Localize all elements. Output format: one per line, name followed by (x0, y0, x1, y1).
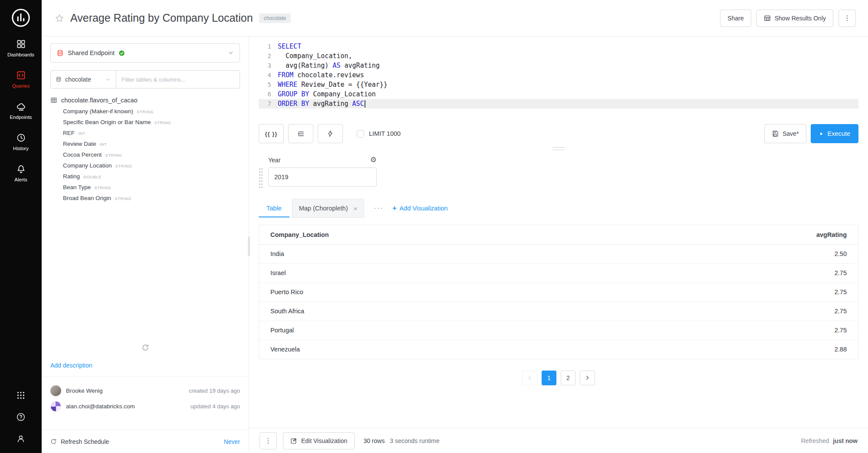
add-visualization-button[interactable]: + Add Visualization (392, 204, 447, 212)
tab-map-choropleth[interactable]: Map (Choropleth) × (292, 199, 365, 218)
tabs-overflow-icon[interactable]: ··· (374, 204, 384, 213)
code-line[interactable]: 3 avg(Rating) AS avgRating (259, 61, 858, 70)
schema-column[interactable]: Bean TypeSTRING (50, 182, 240, 193)
run-metadata: 30 rows 3 seconds runtime (363, 437, 439, 444)
curly-braces-icon: {{ }} (265, 131, 278, 137)
chevron-right-icon (585, 375, 590, 381)
code-line[interactable]: 1SELECT (259, 42, 858, 51)
table-row[interactable]: Venezuela2.88 (259, 340, 858, 359)
cell-company-location: South Africa (259, 302, 621, 321)
execute-button[interactable]: Execute (811, 124, 858, 143)
save-button[interactable]: Save* (764, 124, 806, 143)
autocomplete-button[interactable] (318, 124, 343, 143)
schema-column[interactable]: Specific Bean Origin or Bar NameSTRING (50, 117, 240, 128)
edit-visualization-button[interactable]: Edit Visualization (283, 432, 355, 450)
limit-toggle[interactable]: LIMIT 1000 (357, 130, 401, 138)
query-header: Average Rating by Company Location choco… (42, 0, 868, 36)
results-overflow-menu-button[interactable]: ⋮ (260, 432, 277, 450)
column-header-avg-rating[interactable]: avgRating (621, 225, 858, 244)
endpoint-selector[interactable]: Shared Endpoint (50, 43, 240, 62)
parameter-year-input[interactable] (268, 167, 377, 187)
cell-avg-rating: 2.75 (621, 321, 858, 340)
line-number: 4 (259, 70, 278, 80)
parameter-label: Year (268, 157, 280, 164)
sql-editor[interactable]: 1SELECT2 Company_Location,3 avg(Rating) … (259, 42, 858, 121)
column-type: STRING (115, 164, 132, 168)
chevron-down-icon (228, 50, 234, 56)
cell-company-location: Venezuela (259, 340, 621, 359)
code-line[interactable]: 7ORDER BY avgRating ASC (259, 99, 858, 108)
close-icon[interactable]: × (354, 205, 358, 212)
editor-resize-handle[interactable] (552, 147, 565, 150)
schema-column[interactable]: Company LocationSTRING (50, 161, 240, 171)
show-results-label: Show Results Only (775, 15, 826, 22)
sidebar-item-dashboards[interactable]: Dashboards (0, 39, 42, 57)
schema-column[interactable]: RatingDOUBLE (50, 171, 240, 182)
schema-column[interactable]: Company (Maker-if known)STRING (50, 106, 240, 117)
schema-column[interactable]: Cocoa PercentSTRING (50, 150, 240, 161)
query-editor-main: 1SELECT2 Company_Location,3 avg(Rating) … (249, 36, 868, 453)
query-tag[interactable]: chocolate (259, 13, 291, 23)
page-button-2[interactable]: 2 (561, 371, 575, 385)
save-icon (772, 130, 779, 137)
gear-icon[interactable]: ⚙ (370, 156, 377, 164)
refresh-schedule-row: Refresh Schedule Never (42, 430, 249, 453)
header-overflow-menu-button[interactable]: ⋮ (838, 10, 856, 27)
next-page-button[interactable] (580, 371, 595, 385)
schema-column[interactable]: REFINT (50, 128, 240, 139)
format-icon (297, 130, 305, 138)
schema-table-item[interactable]: chocolate.flavors_of_cacao (50, 95, 240, 106)
format-query-button[interactable] (288, 124, 313, 143)
code-line[interactable]: 2 Company_Location, (259, 51, 858, 61)
code-line[interactable]: 4FROM chocolate.reviews (259, 70, 858, 80)
cell-avg-rating: 2.50 (621, 244, 858, 263)
show-results-only-button[interactable]: Show Results Only (756, 10, 833, 27)
tab-table[interactable]: Table (259, 200, 289, 217)
sidebar-item-label: History (13, 146, 29, 151)
table-row[interactable]: South Africa2.75 (259, 302, 858, 321)
column-name: Rating (63, 173, 80, 180)
limit-checkbox[interactable] (357, 130, 364, 138)
cell-avg-rating: 2.88 (621, 340, 858, 359)
table-row[interactable]: Israel2.75 (259, 263, 858, 282)
header-actions: Share Show Results Only ⋮ (720, 10, 856, 27)
refresh-schedule-value-link[interactable]: Never (224, 438, 240, 445)
cell-avg-rating: 2.75 (621, 282, 858, 302)
help-icon[interactable] (16, 412, 26, 422)
sidebar-item-queries[interactable]: Queries (0, 70, 42, 89)
execute-button-label: Execute (828, 130, 850, 137)
loading-spinner-icon (141, 344, 149, 351)
sidebar-item-history[interactable]: History (0, 133, 42, 151)
code-line[interactable]: 5WHERE Review_Date = {{Year}} (259, 80, 858, 89)
panel-resize-handle[interactable] (248, 236, 250, 256)
parameter-drag-handle[interactable] (259, 167, 263, 189)
share-button[interactable]: Share (720, 10, 751, 27)
app-sidebar: Dashboards Queries Endpoints History Ale… (0, 0, 42, 453)
insert-parameter-button[interactable]: {{ }} (259, 124, 284, 143)
parameter-year: Year ⚙ (268, 156, 377, 189)
results-status-bar: ⋮ Edit Visualization 30 rows 3 seconds r… (249, 428, 868, 453)
database-selector[interactable]: chocolate (50, 70, 116, 89)
sidebar-item-endpoints[interactable]: Endpoints (0, 102, 42, 120)
add-description-link[interactable]: Add description (50, 362, 92, 369)
page-button-1[interactable]: 1 (542, 371, 556, 385)
code-line[interactable]: 6GROUP BY Company_Location (259, 89, 858, 99)
schema-column[interactable]: Broad Bean OriginSTRING (50, 193, 240, 204)
table-row[interactable]: India2.50 (259, 244, 858, 263)
table-row[interactable]: Puerto Rico2.75 (259, 282, 858, 302)
schema-column[interactable]: Review DateINT (50, 139, 240, 150)
schema-filter-input[interactable] (116, 70, 240, 89)
column-header-company-location[interactable]: Company_Location (259, 225, 621, 244)
apps-grid-icon[interactable] (16, 391, 26, 400)
user-icon[interactable] (16, 434, 26, 443)
prev-page-button[interactable] (522, 371, 537, 385)
column-type: STRING (94, 185, 111, 190)
sidebar-item-alerts[interactable]: Alerts (0, 164, 42, 182)
app-logo-icon[interactable] (11, 8, 31, 28)
endpoint-status-ok-icon (118, 50, 125, 56)
table-row[interactable]: Portugal2.75 (259, 321, 858, 340)
endpoint-database-icon (56, 49, 64, 57)
author-name: alan.choi@databricks.com (66, 403, 135, 410)
favorite-star-icon[interactable] (55, 13, 64, 23)
sidebar-item-label: Alerts (14, 177, 27, 182)
